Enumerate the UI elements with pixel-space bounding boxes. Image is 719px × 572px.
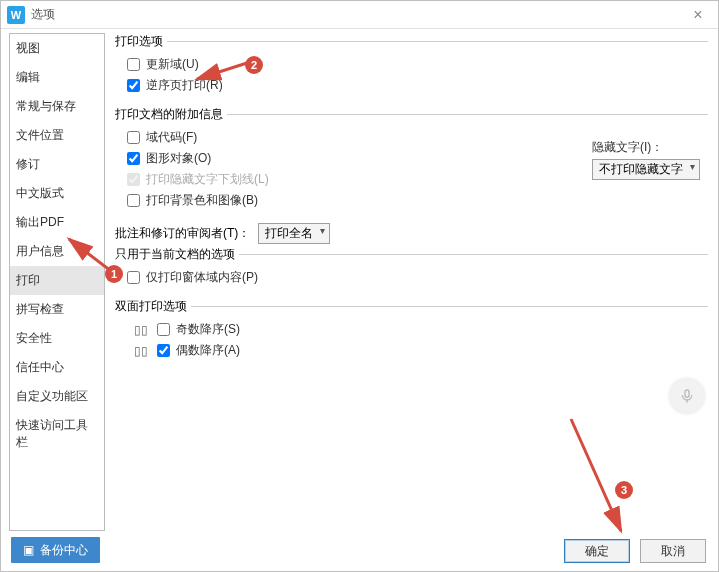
- sidebar: 视图 编辑 常规与保存 文件位置 修订 中文版式 输出PDF 用户信息 打印 拼…: [9, 33, 105, 531]
- hidden-text-combo[interactable]: 不打印隐藏文字: [592, 159, 700, 180]
- content-panel: 打印选项 更新域(U) 逆序页打印(R) 打印文档的附: [105, 29, 718, 535]
- duplex-even-icon: ▯▯: [127, 344, 155, 358]
- sidebar-item-file-locations[interactable]: 文件位置: [10, 121, 104, 150]
- group-title-doc-extra: 打印文档的附加信息: [115, 106, 223, 123]
- sidebar-item-chinese-layout[interactable]: 中文版式: [10, 179, 104, 208]
- group-print-options: 打印选项 更新域(U) 逆序页打印(R): [115, 33, 708, 100]
- sidebar-item-print[interactable]: 打印: [10, 266, 104, 295]
- footer-buttons: 确定 取消: [564, 539, 706, 563]
- reviewer-label: 批注和修订的审阅者(T)：: [115, 225, 250, 242]
- group-current-doc: 只用于当前文档的选项 仅打印窗体域内容(P): [115, 246, 708, 292]
- backup-icon: ▣: [23, 543, 34, 557]
- ok-button-label: 确定: [585, 543, 609, 560]
- duplex-odd-icon: ▯▯: [127, 323, 155, 337]
- group-title-duplex: 双面打印选项: [115, 298, 187, 315]
- checkbox-update-fields-input[interactable]: [127, 58, 140, 71]
- group-title-print-options: 打印选项: [115, 33, 163, 50]
- checkbox-duplex-odd-label: 奇数降序(S): [176, 321, 240, 338]
- reviewer-combo-value: 打印全名: [265, 226, 313, 240]
- sidebar-item-user-info[interactable]: 用户信息: [10, 237, 104, 266]
- reviewer-row: 批注和修订的审阅者(T)： 打印全名: [115, 221, 708, 246]
- cancel-button[interactable]: 取消: [640, 539, 706, 563]
- sidebar-item-revisions[interactable]: 修订: [10, 150, 104, 179]
- duplex-odd-row: ▯▯ 奇数降序(S): [127, 319, 708, 340]
- checkbox-duplex-even-input[interactable]: [157, 344, 170, 357]
- titlebar: W 选项 ×: [1, 1, 718, 29]
- sidebar-item-general-save[interactable]: 常规与保存: [10, 92, 104, 121]
- group-duplex: 双面打印选项 ▯▯ 奇数降序(S) ▯▯ 偶数降序(A): [115, 298, 708, 365]
- hidden-text-label: 隐藏文字(I)：: [592, 139, 663, 156]
- sidebar-item-security[interactable]: 安全性: [10, 324, 104, 353]
- reviewer-combo[interactable]: 打印全名: [258, 223, 330, 244]
- svg-rect-0: [685, 390, 689, 397]
- checkbox-drawings-input[interactable]: [127, 152, 140, 165]
- checkbox-hidden-underline-input: [127, 173, 140, 186]
- backup-center-button[interactable]: ▣ 备份中心: [11, 537, 100, 563]
- group-rule: [167, 41, 708, 42]
- checkbox-drawings-label: 图形对象(O): [146, 150, 211, 167]
- sidebar-item-custom-ribbon[interactable]: 自定义功能区: [10, 382, 104, 411]
- checkbox-update-fields[interactable]: 更新域(U): [127, 54, 708, 75]
- checkbox-field-codes-label: 域代码(F): [146, 129, 197, 146]
- hidden-text-block: 隐藏文字(I)： 不打印隐藏文字: [592, 139, 700, 180]
- checkbox-duplex-even-label: 偶数降序(A): [176, 342, 240, 359]
- sidebar-item-export-pdf[interactable]: 输出PDF: [10, 208, 104, 237]
- checkbox-form-only[interactable]: 仅打印窗体域内容(P): [127, 267, 708, 288]
- microphone-icon[interactable]: [670, 379, 704, 413]
- sidebar-item-view[interactable]: 视图: [10, 34, 104, 63]
- sidebar-item-spellcheck[interactable]: 拼写检查: [10, 295, 104, 324]
- checkbox-reverse-print-input[interactable]: [127, 79, 140, 92]
- hidden-text-combo-value: 不打印隐藏文字: [599, 162, 683, 176]
- ok-button[interactable]: 确定: [564, 539, 630, 563]
- group-title-current-doc: 只用于当前文档的选项: [115, 246, 235, 263]
- options-dialog: W 选项 × 视图 编辑 常规与保存 文件位置 修订 中文版式 输出PDF 用户…: [0, 0, 719, 572]
- sidebar-item-quick-access[interactable]: 快速访问工具栏: [10, 411, 104, 457]
- group-rule: [191, 306, 708, 307]
- checkbox-form-only-label: 仅打印窗体域内容(P): [146, 269, 258, 286]
- checkbox-hidden-underline-label: 打印隐藏文字下划线(L): [146, 171, 269, 188]
- duplex-even-row: ▯▯ 偶数降序(A): [127, 340, 708, 361]
- group-rule: [239, 254, 708, 255]
- group-rule: [227, 114, 708, 115]
- checkbox-background[interactable]: 打印背景色和图像(B): [127, 190, 708, 211]
- backup-center-label: 备份中心: [40, 542, 88, 559]
- window-title: 选项: [31, 6, 684, 23]
- checkbox-background-input[interactable]: [127, 194, 140, 207]
- checkbox-reverse-print[interactable]: 逆序页打印(R): [127, 75, 708, 96]
- checkbox-reverse-print-label: 逆序页打印(R): [146, 77, 223, 94]
- sidebar-item-edit[interactable]: 编辑: [10, 63, 104, 92]
- app-icon: W: [7, 6, 25, 24]
- checkbox-background-label: 打印背景色和图像(B): [146, 192, 258, 209]
- cancel-button-label: 取消: [661, 543, 685, 560]
- close-icon[interactable]: ×: [684, 6, 712, 24]
- checkbox-form-only-input[interactable]: [127, 271, 140, 284]
- dialog-body: 视图 编辑 常规与保存 文件位置 修订 中文版式 输出PDF 用户信息 打印 拼…: [1, 29, 718, 535]
- sidebar-item-trust-center[interactable]: 信任中心: [10, 353, 104, 382]
- checkbox-update-fields-label: 更新域(U): [146, 56, 199, 73]
- checkbox-field-codes-input[interactable]: [127, 131, 140, 144]
- checkbox-duplex-odd-input[interactable]: [157, 323, 170, 336]
